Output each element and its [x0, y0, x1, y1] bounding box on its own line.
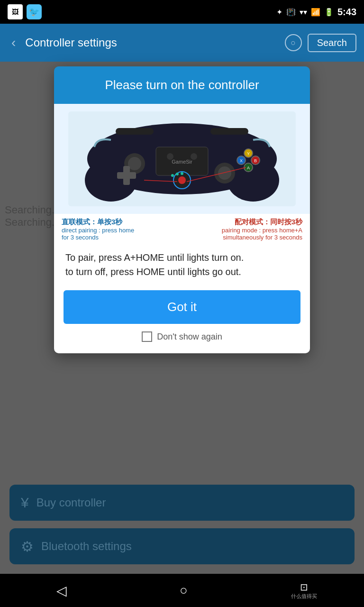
svg-point-33 [167, 153, 173, 160]
nav-app-icon: ⊡ [300, 581, 308, 593]
svg-text:Y: Y [247, 151, 250, 156]
dialog-body: GameSir Y [54, 104, 310, 353]
dont-show-again[interactable]: Don't show again [54, 328, 310, 344]
dont-show-checkbox[interactable] [142, 331, 152, 342]
bottom-nav: ◁ ○ ⊡ 什么值得买 [0, 574, 364, 607]
got-it-button[interactable]: Got it [64, 290, 300, 324]
svg-text:X: X [240, 158, 243, 163]
vibrate-icon: 📳 [286, 8, 296, 17]
label-left: 直联模式：单按3秒 direct pairing : press homefor… [62, 218, 134, 241]
svg-text:GameSir: GameSir [172, 159, 192, 165]
controller-labels: 直联模式：单按3秒 direct pairing : press homefor… [54, 214, 310, 243]
main-content: Searching... Searching... ¥ Buy controll… [0, 62, 364, 574]
status-bar: 🖼 🐦 ✦ 📳 ▾▾ 📶 🔋 5:43 [0, 0, 364, 24]
app-icon-2: 🐦 [27, 4, 42, 19]
svg-rect-32 [210, 128, 248, 135]
controller-svg: GameSir Y [68, 111, 296, 206]
label-right-chinese: 配对模式：同时按3秒 [222, 218, 302, 227]
label-right: 配对模式：同时按3秒 pairing mode : press home+Asi… [222, 218, 302, 241]
dialog-title: Please turn on the controller [105, 78, 259, 92]
status-time: 5:43 [337, 7, 356, 18]
dialog-header: Please turn on the controller [54, 66, 310, 104]
back-button[interactable]: ‹ [8, 33, 19, 52]
svg-point-26 [171, 174, 174, 177]
svg-rect-31 [116, 128, 154, 135]
svg-point-3 [227, 159, 279, 202]
svg-point-25 [178, 176, 186, 184]
header-title: Controller settings [25, 36, 279, 49]
nav-app-button[interactable]: ⊡ 什么值得买 [291, 581, 317, 600]
label-left-english: direct pairing : press homefor 3 seconds [62, 227, 134, 241]
nav-home-button[interactable]: ○ [170, 579, 197, 602]
svg-point-7 [128, 157, 141, 170]
controller-image-area: GameSir Y [54, 104, 310, 214]
svg-text:A: A [247, 166, 250, 170]
svg-point-28 [181, 172, 183, 175]
status-icons: ✦ 📳 ▾▾ 📶 🔋 5:43 [276, 7, 356, 18]
dialog-overlay: Please turn on the controller [0, 62, 364, 574]
dialog: Please turn on the controller [54, 66, 310, 353]
wifi-icon: ▾▾ [300, 8, 307, 17]
svg-point-34 [191, 153, 197, 160]
nav-back-button[interactable]: ◁ [47, 579, 76, 602]
signal-icon: 📶 [311, 8, 320, 17]
svg-point-9 [218, 166, 231, 180]
label-left-chinese: 直联模式：单按3秒 [62, 218, 134, 227]
svg-text:B: B [254, 158, 257, 163]
dont-show-label: Don't show again [157, 332, 222, 342]
instruction-text: To pair, press A+HOME until lights turn … [54, 243, 310, 286]
search-button[interactable]: Search [308, 34, 356, 52]
header: ‹ Controller settings ○ Search [0, 24, 364, 62]
svg-rect-11 [123, 166, 130, 185]
search-icon[interactable]: ○ [285, 34, 302, 51]
label-right-english: pairing mode : press home+Asimultaneousl… [222, 227, 302, 241]
app-icon-gallery: 🖼 [8, 4, 23, 19]
nav-app-label: 什么值得买 [291, 593, 317, 600]
status-left-icons: 🖼 🐦 [8, 4, 42, 19]
svg-point-27 [176, 173, 179, 175]
bluetooth-icon: ✦ [276, 8, 282, 17]
battery-icon: 🔋 [324, 8, 334, 17]
